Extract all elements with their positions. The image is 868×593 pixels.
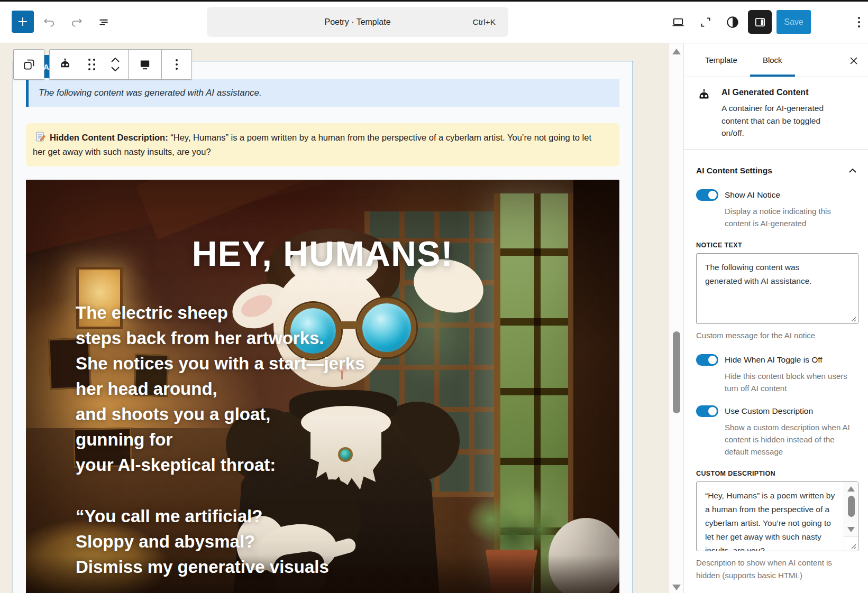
notice-text-textarea[interactable]: The following content was generated with… <box>696 253 858 324</box>
sidebar-tabs: Template Block <box>684 43 868 77</box>
hero-image: HEY, HUMANS! The electric sheep steps ba… <box>26 180 619 593</box>
select-parent-button[interactable] <box>14 50 44 79</box>
poem-line: The electric sheep <box>76 300 365 326</box>
block-card-text: AI Generated Content A container for AI-… <box>721 86 840 140</box>
panel-title: AI Content Settings <box>696 166 772 175</box>
toggle-on-switch[interactable] <box>696 354 718 366</box>
redo-icon <box>70 15 84 29</box>
use-custom-description-toggle-row[interactable]: Use Custom Description <box>696 405 858 417</box>
scroll-up-arrow[interactable] <box>672 49 681 54</box>
panel-header[interactable]: AI Content Settings <box>696 150 858 176</box>
monitor-icon <box>138 57 152 72</box>
scrollbar-thumb[interactable] <box>673 331 680 413</box>
parent-block-icon <box>22 58 36 71</box>
laptop-icon <box>671 15 686 30</box>
display-toggle-button[interactable] <box>129 50 161 79</box>
poem-line: Sloppy and abysmal? <box>76 529 365 554</box>
ai-content-settings-panel: AI Content Settings Show AI Notice Displ… <box>684 150 868 582</box>
ai-generated-content-block[interactable]: The following content was generated with… <box>13 61 633 593</box>
hidden-description-banner: Hidden Content Description: “Hey, Humans… <box>26 123 619 166</box>
style-variations-button[interactable] <box>720 10 745 34</box>
fullscreen-button[interactable] <box>693 10 718 34</box>
poem-line: and shoots you a gloat, <box>76 402 365 427</box>
robot-icon <box>58 57 72 72</box>
toggle-on-switch[interactable] <box>696 405 718 417</box>
undo-button[interactable] <box>37 10 61 34</box>
view-button[interactable] <box>666 10 690 34</box>
move-up-down-icon <box>109 55 122 73</box>
scroll-down-arrow[interactable] <box>672 585 681 590</box>
add-block-button[interactable] <box>12 11 34 33</box>
editor-header: Poetry · Template Ctrl+K Save <box>0 0 868 43</box>
toggle-label: Use Custom Description <box>725 406 813 416</box>
drag-dots-icon <box>88 59 95 70</box>
notice-text-value: The following content was generated with… <box>697 254 829 295</box>
poem-line: steps back from her artworks. <box>76 326 365 351</box>
scrollbar-thumb[interactable] <box>848 496 855 517</box>
toggle-help-text: Display a notice indicating this content… <box>725 205 846 229</box>
toggle-help-text: Hide this content block when users turn … <box>725 370 857 394</box>
save-button[interactable]: Save <box>776 10 811 34</box>
contrast-icon <box>725 15 740 30</box>
toggle-help-text: Show a custom description when AI conten… <box>725 421 857 458</box>
settings-sidebar: Template Block AI Generated Content A co… <box>683 43 868 593</box>
kebab-icon <box>858 17 860 27</box>
poem-line: your AI-skeptical throat: <box>76 452 365 478</box>
scroll-up-arrow[interactable] <box>847 486 855 492</box>
toggle-label: Hide When AI Toggle is Off <box>725 355 823 365</box>
poem-line: “You call me artificial? <box>76 504 365 529</box>
document-overview-button[interactable] <box>92 10 116 34</box>
document-title: Poetry · Template <box>324 17 390 27</box>
toggle-label: Show AI Notice <box>725 190 780 200</box>
toggle-on-switch[interactable] <box>696 189 718 201</box>
close-icon <box>849 56 858 66</box>
poem-line: gunning for <box>76 427 365 452</box>
poem-stanza: “You call me artificial? Sloppy and abys… <box>76 504 365 580</box>
robot-icon <box>696 88 712 104</box>
block-tools-group <box>49 49 192 80</box>
block-card-title: AI Generated Content <box>721 88 840 97</box>
block-icon-button[interactable] <box>50 50 80 79</box>
show-ai-notice-toggle-row[interactable]: Show AI Notice <box>696 189 858 201</box>
poem-line: She notices you with a start—jerks <box>76 351 365 376</box>
resize-grip-icon[interactable] <box>849 315 856 322</box>
undo-icon <box>42 15 56 29</box>
poem-title: HEY, HUMANS! <box>26 234 619 274</box>
editor-window: Poetry · Template Ctrl+K Save The follow… <box>0 0 868 593</box>
move-block-buttons[interactable] <box>103 50 128 79</box>
poem-stanza: The electric sheep steps back from her a… <box>76 300 365 478</box>
notice-text-help: Custom message for the AI notice <box>696 329 858 342</box>
block-options-button[interactable] <box>162 50 191 79</box>
settings-sidebar-toggle[interactable] <box>748 10 772 34</box>
window-edge <box>0 0 868 2</box>
poem-text: The electric sheep steps back from her a… <box>76 300 365 580</box>
custom-description-value: “Hey, Humans” is a poem written by a hum… <box>697 482 858 551</box>
canvas-scrollbar[interactable] <box>669 43 683 593</box>
ai-notice-text: The following content was generated with… <box>29 88 262 98</box>
hidden-description-label: Hidden Content Description: <box>50 133 168 142</box>
tab-block[interactable]: Block <box>750 43 795 77</box>
drag-handle[interactable] <box>80 50 103 79</box>
memo-icon <box>36 132 45 142</box>
command-center-bar[interactable]: Poetry · Template Ctrl+K <box>207 7 508 37</box>
command-shortcut: Ctrl+K <box>473 17 496 27</box>
custom-description-textarea[interactable]: “Hey, Humans” is a poem written by a hum… <box>696 481 858 551</box>
expand-icon <box>699 15 712 29</box>
list-view-icon <box>97 15 111 29</box>
plus-icon <box>16 15 29 28</box>
redo-button[interactable] <box>65 10 89 34</box>
resize-grip-icon <box>849 542 856 549</box>
options-menu-button[interactable] <box>851 10 867 34</box>
scroll-down-arrow[interactable] <box>847 527 855 532</box>
editor-canvas: The following content was generated with… <box>0 43 669 593</box>
textarea-scrollbar[interactable] <box>844 482 858 536</box>
close-sidebar-button[interactable] <box>847 54 861 68</box>
kebab-icon <box>176 59 178 70</box>
block-card-description: A container for AI-generated content tha… <box>721 102 840 140</box>
tab-template[interactable]: Template <box>692 43 750 77</box>
textarea-resize-corner[interactable] <box>844 536 858 551</box>
hide-when-off-toggle-row[interactable]: Hide When AI Toggle is Off <box>696 354 858 366</box>
block-card: AI Generated Content A container for AI-… <box>684 77 868 150</box>
notice-text-label: NOTICE TEXT <box>696 242 858 249</box>
chevron-up-icon <box>847 165 858 176</box>
